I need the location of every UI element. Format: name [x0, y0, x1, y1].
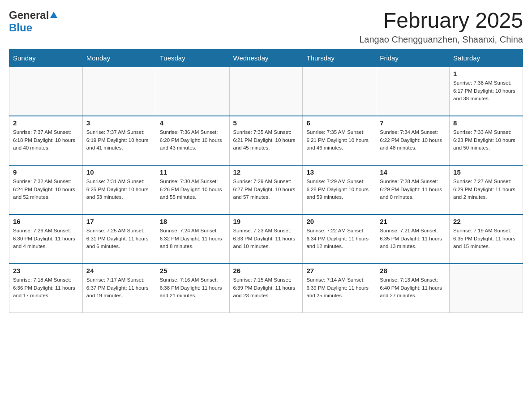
- day-number: 11: [160, 168, 226, 176]
- day-number: 4: [160, 119, 226, 127]
- calendar-cell: 25Sunrise: 7:16 AM Sunset: 6:38 PM Dayli…: [156, 264, 229, 313]
- page-header: General Blue February 2025 Langao Chengg…: [9, 9, 523, 45]
- calendar-cell: 14Sunrise: 7:28 AM Sunset: 6:29 PM Dayli…: [376, 165, 450, 214]
- calendar-week-row: 23Sunrise: 7:18 AM Sunset: 6:36 PM Dayli…: [9, 264, 523, 313]
- location-subtitle: Langao Chengguanzhen, Shaanxi, China: [359, 34, 523, 45]
- day-info: Sunrise: 7:17 AM Sunset: 6:37 PM Dayligh…: [86, 276, 152, 300]
- calendar-cell: 19Sunrise: 7:23 AM Sunset: 6:33 PM Dayli…: [229, 214, 303, 264]
- day-info: Sunrise: 7:13 AM Sunset: 6:40 PM Dayligh…: [380, 276, 446, 300]
- day-number: 10: [86, 168, 152, 176]
- calendar-cell: 13Sunrise: 7:29 AM Sunset: 6:28 PM Dayli…: [303, 165, 376, 214]
- day-info: Sunrise: 7:26 AM Sunset: 6:30 PM Dayligh…: [13, 227, 79, 251]
- day-of-week-header: Monday: [82, 49, 156, 67]
- calendar-cell: 21Sunrise: 7:21 AM Sunset: 6:35 PM Dayli…: [376, 214, 450, 264]
- calendar-table: SundayMondayTuesdayWednesdayThursdayFrid…: [9, 49, 523, 313]
- day-of-week-header: Saturday: [450, 49, 523, 67]
- calendar-cell: 28Sunrise: 7:13 AM Sunset: 6:40 PM Dayli…: [376, 264, 450, 313]
- calendar-cell: 26Sunrise: 7:15 AM Sunset: 6:39 PM Dayli…: [229, 264, 303, 313]
- calendar-cell: 5Sunrise: 7:35 AM Sunset: 6:21 PM Daylig…: [229, 116, 303, 165]
- day-number: 9: [13, 168, 79, 176]
- day-info: Sunrise: 7:18 AM Sunset: 6:36 PM Dayligh…: [13, 276, 79, 300]
- calendar-cell: 1Sunrise: 7:38 AM Sunset: 6:17 PM Daylig…: [450, 67, 523, 116]
- day-number: 8: [453, 119, 519, 127]
- calendar-week-row: 16Sunrise: 7:26 AM Sunset: 6:30 PM Dayli…: [9, 214, 523, 264]
- day-info: Sunrise: 7:29 AM Sunset: 6:28 PM Dayligh…: [306, 178, 372, 201]
- day-number: 18: [160, 218, 226, 225]
- day-info: Sunrise: 7:35 AM Sunset: 6:21 PM Dayligh…: [306, 128, 372, 152]
- day-number: 17: [86, 218, 152, 225]
- calendar-cell: 2Sunrise: 7:37 AM Sunset: 6:18 PM Daylig…: [9, 116, 83, 165]
- day-info: Sunrise: 7:25 AM Sunset: 6:31 PM Dayligh…: [86, 227, 152, 251]
- day-of-week-header: Thursday: [303, 49, 376, 67]
- calendar-cell: 20Sunrise: 7:22 AM Sunset: 6:34 PM Dayli…: [303, 214, 376, 264]
- day-info: Sunrise: 7:16 AM Sunset: 6:38 PM Dayligh…: [160, 276, 226, 300]
- calendar-cell: 16Sunrise: 7:26 AM Sunset: 6:30 PM Dayli…: [9, 214, 83, 264]
- day-number: 7: [380, 119, 446, 127]
- calendar-cell: 10Sunrise: 7:31 AM Sunset: 6:25 PM Dayli…: [82, 165, 156, 214]
- calendar-cell: 15Sunrise: 7:27 AM Sunset: 6:29 PM Dayli…: [450, 165, 523, 214]
- day-number: 23: [13, 267, 79, 274]
- day-number: 5: [233, 119, 299, 127]
- day-info: Sunrise: 7:30 AM Sunset: 6:26 PM Dayligh…: [160, 178, 226, 201]
- day-info: Sunrise: 7:38 AM Sunset: 6:17 PM Dayligh…: [453, 79, 519, 103]
- day-number: 13: [306, 168, 372, 176]
- day-number: 20: [306, 218, 372, 225]
- logo-general-text: General: [9, 9, 49, 21]
- day-of-week-header: Wednesday: [229, 49, 303, 67]
- day-info: Sunrise: 7:14 AM Sunset: 6:39 PM Dayligh…: [306, 276, 372, 300]
- day-info: Sunrise: 7:21 AM Sunset: 6:35 PM Dayligh…: [380, 227, 446, 251]
- day-number: 25: [160, 267, 226, 274]
- day-info: Sunrise: 7:31 AM Sunset: 6:25 PM Dayligh…: [86, 178, 152, 201]
- day-info: Sunrise: 7:28 AM Sunset: 6:29 PM Dayligh…: [380, 178, 446, 201]
- day-info: Sunrise: 7:23 AM Sunset: 6:33 PM Dayligh…: [233, 227, 299, 251]
- logo-triangle-icon: [50, 11, 58, 21]
- calendar-cell: 7Sunrise: 7:34 AM Sunset: 6:22 PM Daylig…: [376, 116, 450, 165]
- calendar-cell: 8Sunrise: 7:33 AM Sunset: 6:23 PM Daylig…: [450, 116, 523, 165]
- calendar-cell: 24Sunrise: 7:17 AM Sunset: 6:37 PM Dayli…: [82, 264, 156, 313]
- day-number: 2: [13, 119, 79, 127]
- calendar-cell: 11Sunrise: 7:30 AM Sunset: 6:26 PM Dayli…: [156, 165, 229, 214]
- logo-blue-text: Blue: [9, 21, 32, 34]
- day-number: 22: [453, 218, 519, 225]
- day-of-week-header: Tuesday: [156, 49, 229, 67]
- day-info: Sunrise: 7:32 AM Sunset: 6:24 PM Dayligh…: [13, 178, 79, 201]
- calendar-cell: 9Sunrise: 7:32 AM Sunset: 6:24 PM Daylig…: [9, 165, 83, 214]
- day-number: 12: [233, 168, 299, 176]
- day-info: Sunrise: 7:35 AM Sunset: 6:21 PM Dayligh…: [233, 128, 299, 152]
- day-info: Sunrise: 7:34 AM Sunset: 6:22 PM Dayligh…: [380, 128, 446, 152]
- calendar-cell: [376, 67, 450, 116]
- month-title: February 2025: [359, 9, 523, 33]
- calendar-week-row: 2Sunrise: 7:37 AM Sunset: 6:18 PM Daylig…: [9, 116, 523, 165]
- day-info: Sunrise: 7:33 AM Sunset: 6:23 PM Dayligh…: [453, 128, 519, 152]
- day-info: Sunrise: 7:29 AM Sunset: 6:27 PM Dayligh…: [233, 178, 299, 201]
- day-info: Sunrise: 7:36 AM Sunset: 6:20 PM Dayligh…: [160, 128, 226, 152]
- calendar-cell: [450, 264, 523, 313]
- day-number: 26: [233, 267, 299, 274]
- title-section: February 2025 Langao Chengguanzhen, Shaa…: [359, 9, 523, 45]
- calendar-cell: 17Sunrise: 7:25 AM Sunset: 6:31 PM Dayli…: [82, 214, 156, 264]
- calendar-cell: [82, 67, 156, 116]
- calendar-cell: 12Sunrise: 7:29 AM Sunset: 6:27 PM Dayli…: [229, 165, 303, 214]
- calendar-cell: 22Sunrise: 7:19 AM Sunset: 6:35 PM Dayli…: [450, 214, 523, 264]
- calendar-cell: 23Sunrise: 7:18 AM Sunset: 6:36 PM Dayli…: [9, 264, 83, 313]
- calendar-cell: 18Sunrise: 7:24 AM Sunset: 6:32 PM Dayli…: [156, 214, 229, 264]
- day-info: Sunrise: 7:37 AM Sunset: 6:19 PM Dayligh…: [86, 128, 152, 152]
- calendar-body: 1Sunrise: 7:38 AM Sunset: 6:17 PM Daylig…: [9, 67, 523, 313]
- calendar-cell: 6Sunrise: 7:35 AM Sunset: 6:21 PM Daylig…: [303, 116, 376, 165]
- calendar-cell: 3Sunrise: 7:37 AM Sunset: 6:19 PM Daylig…: [82, 116, 156, 165]
- calendar-cell: 27Sunrise: 7:14 AM Sunset: 6:39 PM Dayli…: [303, 264, 376, 313]
- day-number: 3: [86, 119, 152, 127]
- day-of-week-header: Friday: [376, 49, 450, 67]
- day-info: Sunrise: 7:19 AM Sunset: 6:35 PM Dayligh…: [453, 227, 519, 251]
- day-number: 6: [306, 119, 372, 127]
- logo: General Blue: [9, 9, 58, 34]
- day-number: 16: [13, 218, 79, 225]
- day-of-week-header: Sunday: [9, 49, 83, 67]
- calendar-cell: [156, 67, 229, 116]
- calendar-cell: [303, 67, 376, 116]
- calendar-week-row: 1Sunrise: 7:38 AM Sunset: 6:17 PM Daylig…: [9, 67, 523, 116]
- day-info: Sunrise: 7:37 AM Sunset: 6:18 PM Dayligh…: [13, 128, 79, 152]
- day-number: 15: [453, 168, 519, 176]
- day-info: Sunrise: 7:15 AM Sunset: 6:39 PM Dayligh…: [233, 276, 299, 300]
- day-info: Sunrise: 7:27 AM Sunset: 6:29 PM Dayligh…: [453, 178, 519, 201]
